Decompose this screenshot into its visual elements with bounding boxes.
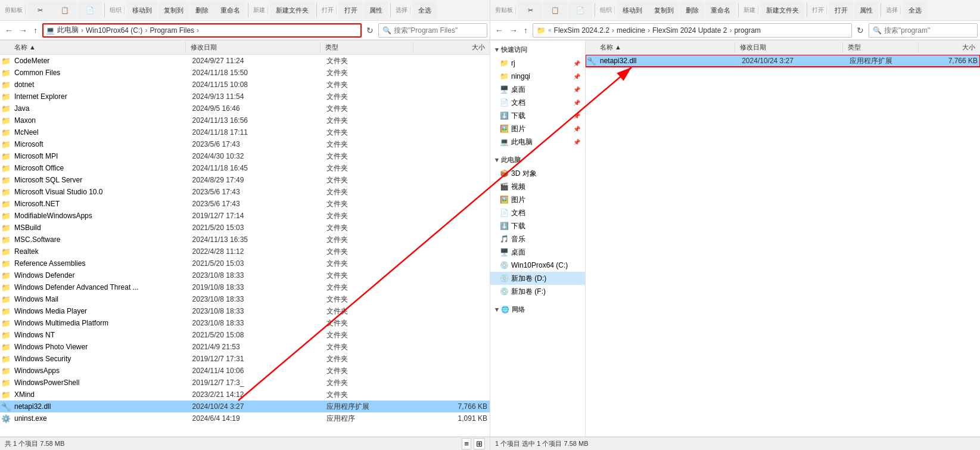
right-breadcrumb-2[interactable]: medicine xyxy=(617,26,645,35)
left-properties-btn[interactable]: 属性 xyxy=(364,1,388,19)
sidebar-item-rj[interactable]: 📁 rj 📌 xyxy=(490,57,585,70)
left-refresh-btn[interactable]: ↻ xyxy=(364,24,376,36)
left-move-btn[interactable]: 移动到 xyxy=(127,1,157,19)
left-copy2-btn[interactable]: 复制到 xyxy=(158,1,189,19)
left-forward-btn[interactable]: → xyxy=(17,24,30,36)
left-breadcrumb-3[interactable]: Program Files xyxy=(150,26,194,35)
left-newfolder-btn[interactable]: 新建文件夹 xyxy=(270,1,314,19)
left-col-type[interactable]: 类型 xyxy=(321,42,413,53)
right-paste-btn[interactable]: 📄 xyxy=(568,1,592,19)
left-rename-btn[interactable]: 重命名 xyxy=(215,1,245,19)
right-move-btn[interactable]: 移动到 xyxy=(617,1,648,19)
sidebar-item-video[interactable]: 🎬 视频 xyxy=(490,180,585,193)
table-row[interactable]: 📁 Windows Security 2019/12/7 17:31 文件夹 xyxy=(0,353,490,365)
table-row[interactable]: 📁 Realtek 2022/4/28 11:12 文件夹 xyxy=(0,246,490,257)
table-row[interactable]: 📁 dotnet 2024/11/15 10:08 文件夹 xyxy=(0,79,490,91)
table-row[interactable]: 📁 Windows Multimedia Platform 2023/10/8 … xyxy=(0,317,490,329)
table-row[interactable]: 📁 Windows Defender Advanced Threat ... 2… xyxy=(0,281,490,293)
left-paste-btn[interactable]: 📄 xyxy=(78,1,102,19)
table-row[interactable]: 📁 Windows Mail 2023/10/8 18:33 文件夹 xyxy=(0,293,490,305)
sidebar-item-downloads[interactable]: ⬇️ 下载 📌 xyxy=(490,109,585,122)
sidebar-item-thispc-quick[interactable]: 💻 此电脑 📌 xyxy=(490,135,585,148)
left-address-path[interactable]: 💻 此电脑 › Win10Prox64 (C:) › Program Files… xyxy=(42,23,362,38)
right-file-list[interactable]: 🔧 netapi32.dll 2024/10/24 3:27 应用程序扩展 7,… xyxy=(586,55,980,436)
left-col-size[interactable]: 大小 xyxy=(413,42,490,53)
sidebar-item-desktop[interactable]: 🖥️ 桌面 📌 xyxy=(490,83,585,96)
table-row[interactable]: 📁 ModifiableWindowsApps 2019/12/7 17:14 … xyxy=(0,210,490,222)
table-row[interactable]: 🔧 netapi32.dll 2024/10/24 3:27 应用程序扩展 7,… xyxy=(586,55,980,67)
left-selectall-btn[interactable]: 全选 xyxy=(413,1,437,19)
table-row[interactable]: 📁 Microsoft Visual Studio 10.0 2023/5/6 … xyxy=(0,186,490,198)
table-row[interactable]: 📁 Microsoft Office 2024/11/18 16:45 文件夹 xyxy=(0,162,490,174)
right-cut-btn[interactable]: ✂ xyxy=(518,1,542,19)
table-row[interactable]: 📁 Common Files 2024/11/18 15:50 文件夹 xyxy=(0,67,490,79)
right-breadcrumb-1[interactable]: FlexSim 2024.2.2 xyxy=(554,26,609,35)
right-forward-btn[interactable]: → xyxy=(507,24,520,36)
right-search-input[interactable] xyxy=(884,26,973,35)
sidebar-item-documents[interactable]: 📄 文档 xyxy=(490,206,585,219)
left-search-box[interactable]: 🔍 xyxy=(378,23,487,38)
right-breadcrumb-4[interactable]: program xyxy=(734,26,761,35)
left-col-name[interactable]: 名称 ▲ xyxy=(10,42,186,53)
sidebar-item-3d[interactable]: 📦 3D 对象 xyxy=(490,167,585,180)
right-selectall-btn[interactable]: 全选 xyxy=(903,1,927,19)
sidebar-item-f[interactable]: 💿 新加卷 (F:) xyxy=(490,285,585,298)
table-row[interactable]: 📁 Microsoft SQL Server 2024/8/29 17:49 文… xyxy=(0,174,490,186)
sidebar-item-music[interactable]: 🎵 音乐 xyxy=(490,232,585,246)
table-row[interactable]: 📁 XMind 2023/2/21 14:12 文件夹 xyxy=(0,389,490,401)
table-row[interactable]: 📁 WindowsApps 2024/11/4 10:06 文件夹 xyxy=(0,365,490,377)
left-breadcrumb-2[interactable]: Win10Prox64 (C:) xyxy=(86,26,142,35)
left-open-btn[interactable]: 打开 xyxy=(339,1,363,19)
sidebar-item-ningqi[interactable]: 📁 ningqi 📌 xyxy=(490,70,585,83)
left-search-input[interactable] xyxy=(394,26,483,35)
table-row[interactable]: ⚙️ uninst.exe 2024/6/4 14:19 应用程序 1,091 … xyxy=(0,412,490,424)
right-delete-btn[interactable]: 删除 xyxy=(680,1,704,19)
right-rename-btn[interactable]: 重命名 xyxy=(705,1,736,19)
right-col-name[interactable]: 名称 ▲ xyxy=(595,42,735,53)
left-breadcrumb-1[interactable]: 此电脑 xyxy=(57,25,79,35)
left-grid-view-btn[interactable]: ⊞ xyxy=(474,438,485,449)
right-address-path[interactable]: 📁 « FlexSim 2024.2.2 › medicine › FlexSi… xyxy=(533,23,852,38)
right-back-btn[interactable]: ← xyxy=(493,24,506,36)
right-refresh-btn[interactable]: ↻ xyxy=(854,24,866,36)
table-row[interactable]: 🔧 netapi32.dll 2024/10/24 3:27 应用程序扩展 7,… xyxy=(0,401,490,412)
right-newfolder-btn[interactable]: 新建文件夹 xyxy=(761,1,804,19)
table-row[interactable]: 📁 WindowsPowerShell 2019/12/7 17:3_ 文件夹 xyxy=(0,377,490,389)
table-row[interactable]: 📁 Java 2024/9/5 16:46 文件夹 xyxy=(0,103,490,114)
table-row[interactable]: 📁 Microsoft MPI 2024/4/30 10:32 文件夹 xyxy=(0,150,490,162)
table-row[interactable]: 📁 McNeel 2024/11/18 17:11 文件夹 xyxy=(0,126,490,138)
left-cut-btn[interactable]: ✂ xyxy=(28,1,52,19)
table-row[interactable]: 📁 Windows Media Player 2023/10/8 18:33 文… xyxy=(0,305,490,317)
left-list-view-btn[interactable]: ≡ xyxy=(462,438,471,449)
right-col-type[interactable]: 类型 xyxy=(843,42,918,53)
table-row[interactable]: 📁 Internet Explorer 2024/9/13 11:54 文件夹 xyxy=(0,91,490,103)
sidebar-item-d[interactable]: 💿 新加卷 (D:) xyxy=(490,272,585,285)
sidebar-item-c[interactable]: 💿 Win10Prox64 (C:) xyxy=(490,259,585,272)
right-open-btn[interactable]: 打开 xyxy=(829,1,853,19)
right-up-btn[interactable]: ↑ xyxy=(521,24,530,36)
sidebar-item-dl[interactable]: ⬇️ 下载 xyxy=(490,219,585,232)
right-breadcrumb-3[interactable]: FlexSim 2024 Update 2 xyxy=(652,26,727,35)
right-col-date[interactable]: 修改日期 xyxy=(735,42,843,53)
right-search-box[interactable]: 🔍 xyxy=(869,23,978,38)
right-copy2-btn[interactable]: 复制到 xyxy=(649,1,679,19)
right-copy-btn[interactable]: 📋 xyxy=(543,1,567,19)
left-back-btn[interactable]: ← xyxy=(2,24,15,36)
table-row[interactable]: 📁 MSC.Software 2024/11/13 16:35 文件夹 xyxy=(0,234,490,246)
table-row[interactable]: 📁 Microsoft.NET 2023/5/6 17:43 文件夹 xyxy=(0,198,490,210)
left-col-date[interactable]: 修改日期 xyxy=(186,42,321,53)
table-row[interactable]: 📁 Windows Photo Viewer 2021/4/9 21:53 文件… xyxy=(0,341,490,353)
table-row[interactable]: 📁 Windows NT 2021/5/20 15:08 文件夹 xyxy=(0,329,490,341)
sidebar-item-pictures[interactable]: 🖼️ 图片 📌 xyxy=(490,122,585,135)
sidebar-item-pics[interactable]: 🖼️ 图片 xyxy=(490,193,585,206)
right-col-size[interactable]: 大小 xyxy=(919,42,980,53)
table-row[interactable]: 📁 Reference Assemblies 2021/5/20 15:03 文… xyxy=(0,257,490,269)
table-row[interactable]: 📁 Maxon 2024/11/13 16:56 文件夹 xyxy=(0,114,490,126)
right-properties-btn[interactable]: 属性 xyxy=(854,1,878,19)
left-up-btn[interactable]: ↑ xyxy=(31,24,40,36)
left-copy-btn[interactable]: 📋 xyxy=(53,1,77,19)
sidebar-item-docs[interactable]: 📄 文档 📌 xyxy=(490,96,585,109)
table-row[interactable]: 📁 CodeMeter 2024/9/27 11:24 文件夹 xyxy=(0,55,490,67)
table-row[interactable]: 📁 Microsoft 2023/5/6 17:43 文件夹 xyxy=(0,138,490,150)
table-row[interactable]: 📁 Windows Defender 2023/10/8 18:33 文件夹 xyxy=(0,269,490,281)
